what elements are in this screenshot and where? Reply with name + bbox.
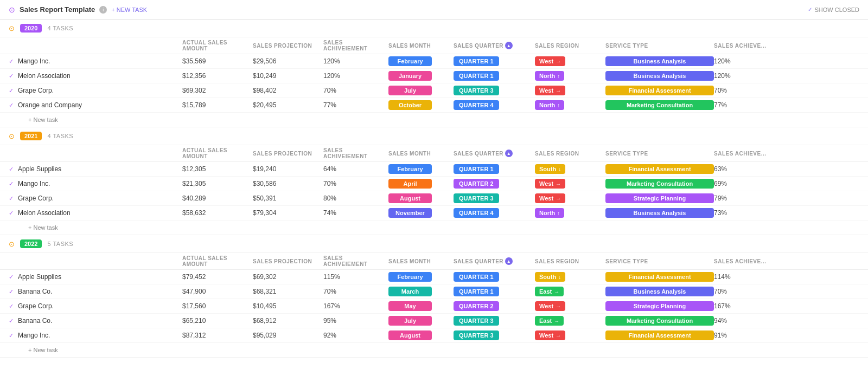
sales-quarter[interactable]: QUARTER 1 — [454, 272, 535, 282]
sales-month[interactable]: October — [388, 100, 454, 110]
sales-projection: $68,912 — [253, 317, 323, 325]
quarter-pill: QUARTER 2 — [454, 179, 499, 189]
sales-quarter[interactable]: QUARTER 3 — [454, 193, 535, 203]
task-check-icon[interactable]: ✓ — [9, 73, 14, 80]
sales-month[interactable]: March — [388, 287, 454, 296]
sales-achievement: 80% — [323, 195, 388, 202]
service-type[interactable]: Financial Assessment — [605, 164, 714, 174]
service-type[interactable]: Business Analysis — [605, 56, 714, 66]
sales-region[interactable]: South ↓ — [535, 272, 605, 282]
col-header-month: SALES MONTH — [388, 147, 454, 159]
sales-region[interactable]: West → — [535, 179, 605, 189]
sales-quarter[interactable]: QUARTER 3 — [454, 86, 535, 95]
sales-month[interactable]: February — [388, 272, 454, 282]
region-arrow-icon: → — [554, 318, 559, 324]
task-check-icon[interactable]: ✓ — [9, 102, 14, 109]
month-pill: January — [388, 71, 432, 81]
col-header-quarter[interactable]: SALES QUARTER ▲ — [454, 147, 535, 159]
add-task-link[interactable]: + New task — [28, 347, 58, 353]
task-check-icon[interactable]: ✓ — [9, 195, 14, 202]
actual-sales: $17,560 — [182, 302, 253, 310]
service-type[interactable]: Marketing Consultation — [605, 179, 714, 189]
service-type[interactable]: Marketing Consultation — [605, 316, 714, 326]
group-toggle-2022[interactable]: ⊙ — [9, 240, 15, 248]
sales-month[interactable]: November — [388, 208, 454, 218]
sales-month[interactable]: February — [388, 164, 454, 174]
service-pill: Marketing Consultation — [605, 179, 714, 189]
sales-quarter[interactable]: QUARTER 3 — [454, 330, 535, 340]
task-check-icon[interactable]: ✓ — [9, 303, 14, 310]
collapse-icon[interactable]: ⊙ — [9, 5, 15, 14]
service-type[interactable]: Financial Assessment — [605, 330, 714, 340]
col-header-achievement2: SALES ACHIEVE... — [714, 40, 779, 51]
col-header-quarter[interactable]: SALES QUARTER ▲ — [454, 255, 535, 267]
sales-month[interactable]: January — [388, 71, 454, 81]
task-name-cell: ✓ Banana Co. — [9, 288, 182, 295]
sales-quarter[interactable]: QUARTER 2 — [454, 301, 535, 311]
sort-icon: ▲ — [505, 257, 513, 265]
sales-region[interactable]: West → — [535, 86, 605, 95]
task-check-icon[interactable]: ✓ — [9, 288, 14, 295]
sales-region[interactable]: West → — [535, 56, 605, 66]
sales-region[interactable]: North ↑ — [535, 100, 605, 110]
sales-quarter[interactable]: QUARTER 4 — [454, 100, 535, 110]
group-toggle-2021[interactable]: ⊙ — [9, 132, 15, 140]
sales-quarter[interactable]: QUARTER 1 — [454, 287, 535, 296]
sales-month[interactable]: July — [388, 86, 454, 95]
service-type[interactable]: Business Analysis — [605, 287, 714, 296]
sales-region[interactable]: South ↓ — [535, 164, 605, 174]
actual-sales: $65,210 — [182, 317, 253, 325]
task-check-icon[interactable]: ✓ — [9, 58, 14, 65]
actual-sales: $47,900 — [182, 288, 253, 295]
task-check-icon[interactable]: ✓ — [9, 166, 14, 173]
sales-quarter[interactable]: QUARTER 1 — [454, 56, 535, 66]
sales-region[interactable]: North ↑ — [535, 208, 605, 218]
table-row: ✓ Melon Association $58,632 $79,304 74% … — [0, 206, 868, 221]
service-type[interactable]: Financial Assessment — [605, 86, 714, 95]
sales-month[interactable]: August — [388, 193, 454, 203]
sales-quarter[interactable]: QUARTER 1 — [454, 71, 535, 81]
sales-quarter[interactable]: QUARTER 4 — [454, 208, 535, 218]
task-check-icon[interactable]: ✓ — [9, 332, 14, 339]
sales-quarter[interactable]: QUARTER 1 — [454, 164, 535, 174]
sales-region[interactable]: West → — [535, 301, 605, 311]
sales-achievement: 70% — [323, 180, 388, 187]
col-header-region: SALES REGION — [535, 40, 605, 51]
region-arrow-icon: → — [556, 333, 561, 339]
service-type[interactable]: Strategic Planning — [605, 301, 714, 311]
task-check-icon[interactable]: ✓ — [9, 210, 14, 217]
sales-quarter[interactable]: QUARTER 2 — [454, 179, 535, 189]
add-task-row-2020: + New task — [0, 113, 868, 127]
actual-sales: $15,789 — [182, 101, 253, 109]
month-pill: August — [388, 193, 432, 203]
sales-region[interactable]: East → — [535, 287, 605, 296]
service-type[interactable]: Financial Assessment — [605, 272, 714, 282]
sales-region[interactable]: North ↑ — [535, 71, 605, 81]
new-task-button[interactable]: + NEW TASK — [111, 7, 147, 13]
task-check-icon[interactable]: ✓ — [9, 274, 14, 281]
info-icon[interactable]: i — [99, 6, 107, 14]
sales-month[interactable]: February — [388, 56, 454, 66]
sales-month[interactable]: April — [388, 179, 454, 189]
sales-quarter[interactable]: QUARTER 3 — [454, 316, 535, 326]
add-task-link[interactable]: + New task — [28, 116, 58, 123]
task-name: Melon Association — [18, 72, 71, 80]
sales-region[interactable]: East → — [535, 316, 605, 326]
sales-region[interactable]: West → — [535, 193, 605, 203]
task-check-icon[interactable]: ✓ — [9, 180, 14, 187]
group-toggle-2020[interactable]: ⊙ — [9, 24, 15, 33]
service-type[interactable]: Marketing Consultation — [605, 100, 714, 110]
task-check-icon[interactable]: ✓ — [9, 87, 14, 94]
sales-month[interactable]: May — [388, 301, 454, 311]
add-task-link[interactable]: + New task — [28, 224, 58, 231]
service-type[interactable]: Business Analysis — [605, 208, 714, 218]
service-type[interactable]: Strategic Planning — [605, 193, 714, 203]
group-tasks-count-2020: 4 TASKS — [47, 25, 73, 31]
task-check-icon[interactable]: ✓ — [9, 317, 14, 325]
sales-month[interactable]: July — [388, 316, 454, 326]
sales-month[interactable]: August — [388, 330, 454, 340]
sales-region[interactable]: West → — [535, 330, 605, 340]
show-closed-button[interactable]: ✓ SHOW CLOSED — [808, 7, 859, 13]
service-type[interactable]: Business Analysis — [605, 71, 714, 81]
col-header-quarter[interactable]: SALES QUARTER ▲ — [454, 40, 535, 51]
